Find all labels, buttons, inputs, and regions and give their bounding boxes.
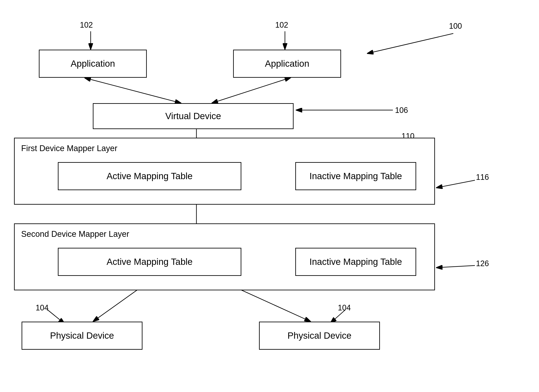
app-right-box: Application [233,50,341,78]
app-left-box: Application [39,50,147,78]
inactive-map-2-label: Inactive Mapping Table [309,257,402,267]
physical-left-box: Physical Device [22,322,142,350]
ref-126: 126 [476,259,489,268]
diagram: 102 102 100 106 110 116 114 120 124 126 … [0,0,539,392]
physical-right-label: Physical Device [288,330,351,341]
ref-106: 106 [395,106,408,115]
ref-104-right: 104 [338,303,351,312]
svg-line-5 [91,79,181,103]
svg-line-6 [212,79,285,103]
second-layer-label: Second Device Mapper Layer [21,229,129,239]
active-map-1-box: Active Mapping Table [58,162,241,190]
inactive-map-1-label: Inactive Mapping Table [309,171,402,181]
virtual-device-label: Virtual Device [165,111,221,121]
ref-102-left: 102 [80,20,93,29]
inactive-map-2-box: Inactive Mapping Table [295,248,416,276]
svg-line-15 [436,266,475,268]
app-left-label: Application [71,58,115,69]
ref-102-right: 102 [275,20,288,29]
ref-116: 116 [476,173,489,182]
inactive-map-1-box: Inactive Mapping Table [295,162,416,190]
first-layer-label: First Device Mapper Layer [21,144,117,153]
svg-line-4 [367,34,453,53]
first-layer-box: First Device Mapper Layer Active Mapping… [14,138,435,205]
app-right-label: Application [265,58,309,69]
second-layer-box: Second Device Mapper Layer Active Mappin… [14,223,435,290]
ref-104-left: 104 [36,303,48,312]
active-map-2-label: Active Mapping Table [107,257,192,267]
active-map-1-label: Active Mapping Table [107,171,192,181]
virtual-device-box: Virtual Device [93,103,294,129]
physical-right-box: Physical Device [259,322,380,350]
svg-line-11 [436,180,475,188]
physical-left-label: Physical Device [50,330,114,341]
ref-100: 100 [449,22,462,31]
active-map-2-box: Active Mapping Table [58,248,241,276]
